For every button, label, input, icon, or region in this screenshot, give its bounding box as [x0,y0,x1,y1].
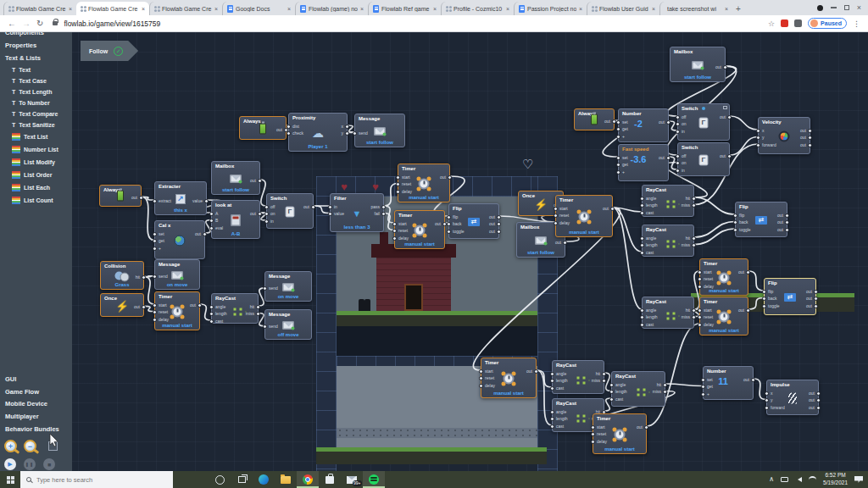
output-port[interactable] [746,308,750,313]
output-port[interactable] [808,129,812,133]
sidebar-category[interactable]: GUI [0,374,72,386]
output-port[interactable] [723,65,727,69]
output-port[interactable] [692,308,696,313]
input-port[interactable] [698,315,702,319]
input-port[interactable] [328,205,332,209]
tab-close-icon[interactable]: × [433,6,437,12]
output-port[interactable] [816,391,821,396]
input-port[interactable] [396,182,400,186]
input-port[interactable] [698,308,702,313]
node-raycast[interactable]: RayCastanglelengthcasthitmiss [552,360,604,394]
input-port[interactable] [209,212,214,216]
input-port[interactable] [591,440,595,444]
input-port[interactable] [676,154,680,158]
output-port[interactable] [814,304,818,308]
input-port[interactable] [264,205,269,209]
pause-button[interactable] [24,458,36,470]
node-impulse[interactable]: Impulsexyforwardoutoutout [766,380,819,415]
input-port[interactable] [550,417,554,421]
input-port[interactable] [609,383,614,387]
tray-network-icon[interactable] [809,476,816,484]
node-timer[interactable]: Timermanual startstartresetdelayout [555,195,613,237]
node-extracter[interactable]: Extracterthis xextractvalue [154,181,207,215]
back-icon[interactable]: ← [8,19,16,28]
sidebar-item-text-compare[interactable]: TText Compare [0,108,72,119]
taskbar-app-store[interactable] [319,471,341,488]
input-port[interactable] [447,222,451,226]
input-port[interactable] [698,285,702,289]
output-port[interactable] [808,136,812,140]
output-port[interactable] [814,290,818,294]
browser-tab[interactable]: Flowlab Game Cre× [76,2,149,15]
minimize-icon[interactable] [831,7,837,8]
output-port[interactable] [258,179,262,183]
tray-chevron-icon[interactable]: ∧ [769,476,774,483]
taskbar-app-cortana[interactable] [209,471,231,488]
input-port[interactable] [640,251,644,255]
input-port[interactable] [209,319,214,324]
output-port[interactable] [751,378,755,382]
input-port[interactable] [676,115,680,119]
node-cal-x[interactable]: Cal xsetget+out [154,220,205,259]
action-center-icon[interactable] [854,476,863,483]
input-port[interactable] [209,305,214,309]
tab-close-icon[interactable]: × [360,6,364,12]
tab-close-icon[interactable]: × [287,6,291,12]
node-mailbox[interactable]: Mailboxstart followout [211,161,260,195]
input-port[interactable] [264,219,269,224]
input-port[interactable] [762,290,766,294]
node-raycast[interactable]: RayCastanglelengthcasthitmiss [642,297,694,329]
search-input[interactable] [36,476,167,484]
node-timer[interactable]: Timermanual startstartresetdelayout [394,210,445,249]
input-port[interactable] [676,130,680,134]
output-port[interactable] [816,406,821,410]
output-port[interactable] [203,232,207,236]
input-port[interactable] [263,286,267,291]
output-port[interactable] [785,228,789,232]
input-port[interactable] [550,372,554,376]
output-port[interactable] [258,212,262,216]
input-port[interactable] [153,232,157,236]
input-port[interactable] [762,304,766,308]
node-message[interactable]: Messageoff movesend [264,309,312,340]
tab-close-icon[interactable]: × [725,6,728,12]
extensions-puzzle-icon[interactable] [794,19,802,27]
browser-menu-icon[interactable]: ⋮ [853,19,860,28]
browser-tab[interactable]: Flowlab Ref game× [368,2,441,15]
output-port[interactable] [497,222,501,226]
input-port[interactable] [765,406,769,410]
sidebar-item-text-length[interactable]: TText Length [0,86,72,97]
input-port[interactable] [447,215,451,219]
input-port[interactable] [762,297,766,301]
profile-chip[interactable]: Paused [808,18,847,29]
sidebar-item-text-sanitize[interactable]: TText Sanitize [0,119,72,130]
sidebar-category[interactable]: Multiplayer [0,411,72,424]
reload-icon[interactable]: ↻ [36,19,43,28]
input-port[interactable] [209,219,214,223]
node-switch[interactable]: Switchoffoninout [677,142,730,176]
node-flip[interactable]: Flipflipbacktoggleoutoutout [764,278,816,315]
input-port[interactable] [733,220,737,225]
input-port[interactable] [701,378,705,382]
node-raycast[interactable]: RayCastanglelengthcasthitmiss [642,225,694,257]
sidebar-item-text-case[interactable]: TText Case [0,75,72,86]
node-raycast[interactable]: RayCastanglelengthcasthitmiss [642,185,694,217]
behavior-bundle-tab-follow[interactable]: Follow [81,41,138,61]
taskbar-app-chrome[interactable] [297,471,319,488]
input-port[interactable] [550,410,554,414]
input-port[interactable] [328,212,332,216]
input-port[interactable] [591,425,595,430]
input-port[interactable] [640,243,644,247]
input-port[interactable] [765,391,769,396]
maximize-icon[interactable] [844,5,849,10]
output-port[interactable] [816,398,821,402]
node-message[interactable]: Messageon movesend [154,259,200,290]
tab-close-icon[interactable]: × [69,6,72,12]
tray-volume-icon[interactable] [795,477,802,482]
node-timer[interactable]: Timermanual startstartresetdelayout [699,258,748,296]
sidebar-item-text[interactable]: TText [0,64,72,75]
input-port[interactable] [263,324,267,329]
input-port[interactable] [447,230,451,234]
input-port[interactable] [153,274,157,279]
tab-close-icon[interactable]: × [142,6,145,12]
